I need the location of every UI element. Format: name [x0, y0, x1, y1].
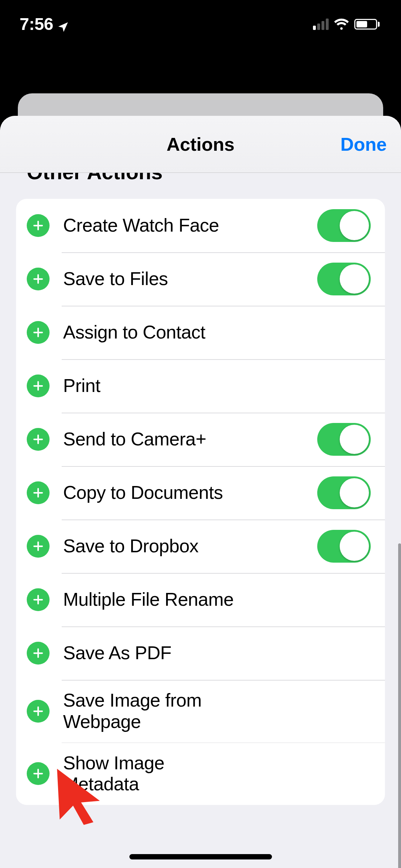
action-row-create-watch-face[interactable]: Create Watch Face — [16, 199, 385, 252]
action-row-save-image-from-webpage[interactable]: Save Image from Webpage — [16, 680, 385, 743]
page-title: Actions — [166, 134, 235, 155]
actions-card: Create Watch Face Save to Files Assign t… — [16, 199, 385, 805]
plus-icon[interactable] — [27, 268, 50, 290]
toggle-switch[interactable] — [317, 209, 371, 242]
action-label: Save to Dropbox — [63, 536, 304, 557]
section-header-other-actions: Other Actions — [16, 173, 385, 184]
content-area[interactable]: Other Actions Create Watch Face Save to … — [0, 173, 401, 868]
action-row-print[interactable]: Print — [16, 359, 385, 413]
status-icons — [313, 16, 380, 32]
plus-icon[interactable] — [27, 700, 50, 723]
done-button[interactable]: Done — [340, 134, 387, 155]
action-label: Save Image from Webpage — [63, 690, 213, 733]
plus-icon[interactable] — [27, 642, 50, 665]
wifi-icon — [334, 16, 349, 32]
action-label: Assign to Contact — [63, 322, 371, 343]
action-row-save-to-files[interactable]: Save to Files — [16, 252, 385, 306]
action-row-copy-to-documents[interactable]: Copy to Documents — [16, 466, 385, 520]
action-label: Multiple File Rename — [63, 589, 371, 610]
status-time: 7:56 — [20, 14, 53, 34]
plus-icon[interactable] — [27, 535, 50, 558]
toggle-switch[interactable] — [317, 476, 371, 509]
action-row-multiple-file-rename[interactable]: Multiple File Rename — [16, 573, 385, 626]
location-arrow-icon — [57, 18, 70, 31]
plus-icon[interactable] — [27, 481, 50, 504]
toggle-switch[interactable] — [317, 263, 371, 295]
plus-icon[interactable] — [27, 321, 50, 344]
action-label: Copy to Documents — [63, 482, 304, 503]
plus-icon[interactable] — [27, 762, 50, 785]
action-row-send-to-camera-plus[interactable]: Send to Camera+ — [16, 413, 385, 466]
action-label: Send to Camera+ — [63, 429, 304, 450]
action-label: Save As PDF — [63, 642, 371, 664]
plus-icon[interactable] — [27, 428, 50, 451]
plus-icon[interactable] — [27, 374, 50, 397]
scroll-indicator[interactable] — [398, 543, 401, 868]
action-row-assign-to-contact[interactable]: Assign to Contact — [16, 306, 385, 359]
actions-sheet: Actions Done Other Actions Create Watch … — [0, 116, 401, 868]
plus-icon[interactable] — [27, 214, 50, 237]
battery-icon — [354, 19, 380, 30]
cursor-arrow-icon — [52, 766, 105, 827]
action-row-save-as-pdf[interactable]: Save As PDF — [16, 626, 385, 680]
toggle-switch[interactable] — [317, 423, 371, 456]
status-time-group: 7:56 — [20, 14, 70, 34]
nav-bar: Actions Done — [0, 116, 401, 173]
cellular-signal-icon — [313, 19, 329, 30]
plus-icon[interactable] — [27, 588, 50, 611]
status-bar: 7:56 — [0, 0, 401, 48]
home-indicator[interactable] — [129, 854, 272, 859]
action-label: Create Watch Face — [63, 215, 304, 236]
action-label: Print — [63, 375, 371, 397]
action-label: Save to Files — [63, 268, 304, 290]
toggle-switch[interactable] — [317, 530, 371, 563]
action-row-save-to-dropbox[interactable]: Save to Dropbox — [16, 520, 385, 573]
